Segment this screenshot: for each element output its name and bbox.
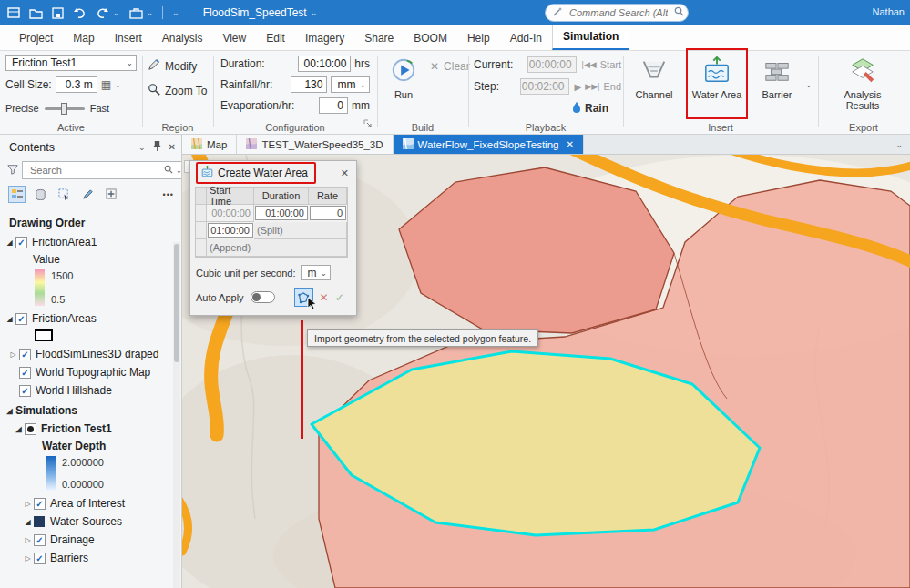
contents-search-box[interactable]: ⌄ (22, 161, 182, 179)
layer-area-of-interest[interactable]: ▷ ✓ Area of Interest (0, 494, 181, 512)
command-search-input[interactable] (567, 6, 670, 19)
save-project-icon[interactable] (52, 7, 64, 19)
duration-input[interactable]: 00:10:00 (298, 56, 351, 72)
panel-pin-icon[interactable] (153, 140, 161, 155)
layer-label[interactable]: Drainage (50, 533, 95, 546)
tab-share[interactable]: Share (354, 27, 404, 50)
cell-size-input[interactable]: 0.3 m (56, 76, 97, 93)
precision-slider[interactable] (45, 107, 85, 110)
tab-analysis[interactable]: Analysis (152, 27, 213, 50)
list-by-drawing-order-icon[interactable] (9, 187, 25, 202)
cancel-sketch-icon[interactable]: ✕ (320, 291, 329, 304)
rate-cell[interactable]: 0 (310, 206, 346, 220)
tab-help[interactable]: Help (457, 27, 500, 50)
layer-checkbox[interactable]: ✓ (19, 385, 31, 397)
redo-dropdown-chevron-icon[interactable]: ⌄ (113, 8, 120, 17)
run-button[interactable]: Run (383, 51, 424, 117)
skip-to-end-icon[interactable]: ▶▶| (585, 82, 599, 91)
tab-edit[interactable]: Edit (256, 27, 295, 50)
split-cell[interactable]: (Split) (254, 222, 347, 239)
toolbox-dropdown-chevron-icon[interactable]: ⌄ (147, 8, 154, 17)
panel-close-icon[interactable]: ✕ (169, 142, 176, 152)
cell-grid-icon[interactable]: ▦ (101, 78, 111, 91)
dialog-close-icon[interactable]: ✕ (339, 167, 351, 179)
tab-boom[interactable]: BOOM (404, 27, 457, 50)
rain-toggle-label[interactable]: Rain (585, 102, 608, 115)
contents-search-magnifier-icon[interactable] (164, 164, 173, 177)
list-by-editing-icon[interactable] (80, 187, 96, 202)
start-time-cell[interactable]: 01:00:00 (208, 223, 253, 238)
view-tab-map[interactable]: Map (182, 135, 237, 154)
scrollbar-thumb[interactable] (174, 244, 179, 362)
contents-search-chevron-icon[interactable]: ⌄ (176, 167, 182, 175)
layer-barriers[interactable]: ▷ ✓ Barriers (0, 549, 181, 567)
layer-world-hillshade[interactable]: ✓ World Hillshade (0, 381, 181, 400)
open-project-icon[interactable] (29, 7, 43, 19)
simulation-friction-test1[interactable]: ◢ Friction Test1 (0, 420, 181, 438)
tab-add-in[interactable]: Add-In (500, 27, 552, 50)
layer-label[interactable]: FloodSimLines3D draped (36, 348, 158, 360)
configuration-dialog-launcher-icon[interactable] (363, 118, 373, 131)
playback-start-label[interactable]: Start (600, 59, 621, 70)
tab-simulation[interactable]: Simulation (552, 25, 629, 50)
contents-scrollbar[interactable] (173, 242, 180, 588)
playback-end-label[interactable]: End (603, 81, 621, 92)
barrier-button[interactable]: Barrier (752, 51, 802, 117)
row-selector[interactable] (196, 205, 207, 222)
layer-world-topographic[interactable]: ✓ World Topographic Map (0, 363, 181, 381)
layer-label[interactable]: World Topographic Map (36, 366, 150, 379)
tab-insert[interactable]: Insert (105, 27, 152, 50)
view-tab-active[interactable]: WaterFlow_FixedSlopeTesting ✕ (394, 135, 584, 154)
collapsed-arrow-icon[interactable]: ▷ (22, 536, 34, 544)
channel-button[interactable]: Channel (627, 51, 681, 117)
close-tab-icon[interactable]: ✕ (566, 139, 573, 149)
evaporation-input[interactable]: 0 (319, 97, 348, 114)
layer-label[interactable]: FrictionAreas (32, 312, 97, 325)
tab-imagery[interactable]: Imagery (295, 27, 354, 50)
more-options-icon[interactable]: ••• (163, 190, 174, 199)
auto-apply-toggle[interactable] (251, 291, 275, 303)
simulation-label[interactable]: Friction Test1 (41, 422, 112, 435)
layer-checkbox[interactable]: ✓ (19, 349, 31, 360)
filter-funnel-icon[interactable] (7, 164, 18, 177)
zoom-to-button[interactable]: Zoom To (144, 81, 211, 100)
list-by-selection-icon[interactable] (56, 187, 72, 202)
list-by-snapping-icon[interactable] (104, 187, 119, 202)
list-by-source-icon[interactable] (33, 187, 48, 202)
rainfall-input[interactable]: 130 (291, 76, 327, 93)
clear-button[interactable]: ✕ Clear (426, 58, 474, 75)
row-selector[interactable] (196, 222, 207, 239)
rainfall-unit-select[interactable]: mm ⌄ (331, 76, 370, 93)
layer-label[interactable]: Barriers (50, 552, 88, 564)
toolbox-icon[interactable] (129, 7, 143, 19)
active-simulation-select[interactable]: Friction Test1 ⌄ (5, 55, 137, 71)
active-simulation-radio[interactable] (25, 423, 36, 435)
layer-checkbox[interactable]: ✓ (15, 313, 27, 325)
tab-view[interactable]: View (212, 27, 256, 50)
layer-checkbox[interactable]: ✓ (34, 534, 46, 546)
water-area-button[interactable]: Water Area (689, 51, 745, 117)
layer-checkbox[interactable]: ✓ (19, 367, 31, 379)
collapsed-arrow-icon[interactable]: ▷ (22, 554, 34, 563)
layer-checkbox[interactable]: ✓ (15, 237, 27, 248)
title-dropdown-chevron-icon[interactable]: ⌄ (311, 8, 318, 17)
skip-to-start-icon[interactable]: |◀◀ (582, 60, 597, 69)
layer-drainage[interactable]: ▷ ✓ Drainage (0, 531, 181, 549)
modify-button[interactable]: Modify (144, 56, 211, 76)
tab-map[interactable]: Map (63, 27, 104, 50)
layer-label[interactable]: Water Sources (50, 515, 122, 528)
finish-sketch-icon[interactable]: ✓ (335, 291, 344, 304)
undo-icon[interactable] (73, 7, 87, 19)
expanded-arrow-icon[interactable]: ◢ (4, 238, 15, 247)
layer-frictionareas[interactable]: ◢ ✓ FrictionAreas (0, 309, 181, 328)
signed-in-user[interactable]: Nathan (873, 6, 905, 17)
append-cell[interactable]: (Append) (207, 239, 347, 257)
customize-quick-access-icon[interactable]: ⌄ (172, 8, 179, 17)
map-canvas[interactable]: ⌃ Create Water Area ✕ Start Time Durat (182, 155, 910, 588)
expanded-arrow-icon[interactable]: ◢ (22, 518, 34, 526)
play-icon[interactable]: ▶ (575, 82, 582, 92)
simulations-node[interactable]: ◢ Simulations (0, 401, 181, 420)
duration-cell[interactable]: 01:00:00 (255, 206, 308, 220)
expanded-arrow-icon[interactable]: ◢ (4, 407, 15, 415)
layer-checkbox[interactable]: ✓ (34, 553, 46, 564)
